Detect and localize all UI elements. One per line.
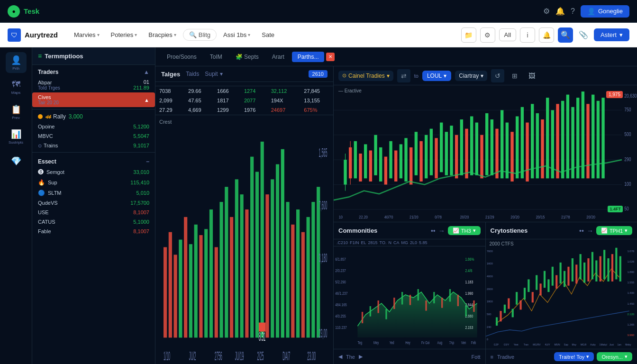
sltm-icon: 🔵	[38, 190, 45, 196]
sidebar-item-profile[interactable]: 👤 Prth	[6, 52, 27, 73]
svg-rect-199	[587, 258, 589, 282]
svg-rect-83	[506, 123, 509, 179]
svg-rect-99	[586, 104, 589, 178]
asset-opoine-row[interactable]: Opoine 5,1200	[32, 122, 155, 131]
essect-fable[interactable]: Fable 8,1007	[32, 227, 155, 236]
all-button[interactable]: All	[499, 28, 516, 41]
interval-selector[interactable]: LOUL ▾	[422, 71, 451, 81]
oresyn-button[interactable]: Oresyn... ▾	[597, 352, 632, 361]
nav-link-poteries[interactable]: Poteries ▾	[106, 29, 142, 40]
asset-trains-row[interactable]: ⊙ Trains 9,1017	[32, 141, 155, 150]
crypto-dots[interactable]: ••	[579, 227, 584, 235]
search-button[interactable]: 🔍	[558, 27, 573, 43]
nav-link-assi[interactable]: Assi 1bs ▾	[218, 29, 255, 40]
svg-rect-8	[204, 229, 208, 337]
notification-button[interactable]: 🔔	[539, 27, 554, 43]
svg-rect-88	[531, 104, 534, 178]
svg-text:Mey: Mey	[373, 340, 379, 345]
astert-button[interactable]: Astert ▾	[594, 28, 629, 41]
tab-septs[interactable]: 🧩 Septs	[230, 52, 264, 62]
left-arrow-icon[interactable]: ◀	[338, 354, 342, 360]
essect-qudevs[interactable]: QudeVS 17,5700	[32, 198, 155, 208]
crypto-arrow[interactable]: →	[587, 227, 593, 235]
traders-toggle[interactable]: ▲	[144, 69, 149, 75]
essect-toggle[interactable]: −	[146, 158, 149, 165]
table-row[interactable]: 2,099 47.65 1817 2077 194X 13,155	[155, 96, 333, 105]
nav-link-marvies[interactable]: Marvies ▾	[69, 29, 104, 40]
chart-type-selector[interactable]: Ciartray ▾	[455, 71, 487, 81]
svg-rect-66	[419, 141, 422, 182]
tab-parths[interactable]: Parths...	[292, 52, 325, 62]
tab-arart[interactable]: Arart	[266, 52, 290, 62]
svg-rect-179	[508, 298, 510, 309]
help-icon[interactable]: ?	[571, 7, 575, 16]
table-row[interactable]: 7038 29.66 1666 1274 32,112 27,845	[155, 86, 333, 96]
essect-sup[interactable]: 🔥 Sup 115,410	[32, 177, 155, 188]
rally-dot	[38, 114, 43, 119]
sidebar-item-diamond[interactable]: 💎	[6, 151, 27, 172]
nav-link-sate[interactable]: Sate	[257, 29, 279, 40]
commodities-dots[interactable]: ••	[431, 227, 436, 235]
svg-rect-10	[215, 247, 218, 338]
svg-text:Tran: Tran	[523, 343, 528, 346]
info-button[interactable]: i	[520, 27, 535, 43]
svg-rect-21	[271, 179, 274, 337]
trader-abpar-row[interactable]: Abpar ToId Trges 01 211.89	[32, 77, 155, 92]
svg-rect-189	[547, 279, 549, 292]
svg-rect-85	[516, 116, 519, 178]
share-icon[interactable]: ⊞	[508, 69, 521, 82]
pair-selector[interactable]: ⊙ Cainel Tradies ▾	[338, 71, 393, 81]
nav-link-bracpies[interactable]: Bracpies ▾	[144, 29, 181, 40]
svg-rect-198	[583, 263, 585, 283]
traitre-button[interactable]: Traitre! Toy ▾	[554, 352, 594, 361]
asset-mbvc-row[interactable]: MBVC 5,5047	[32, 131, 155, 141]
refresh-button[interactable]: ↺	[491, 69, 504, 82]
svg-rect-75	[465, 129, 468, 179]
settings-icon[interactable]: ⚙	[543, 7, 550, 16]
svg-rect-4	[184, 217, 187, 338]
table-row[interactable]: 27.29 4,669 1299 1976 24697 675%	[155, 105, 333, 115]
crypto-btn[interactable]: 📈 TPH1 ▾	[596, 226, 632, 235]
commodities-arrow[interactable]: →	[438, 227, 445, 235]
nav-search[interactable]: 🔍 Blitg	[183, 29, 217, 41]
svg-rect-192	[559, 263, 561, 283]
user-button[interactable]: 👤 Goneglie	[581, 5, 629, 18]
settings-button[interactable]: ⚙	[480, 27, 495, 43]
swap-button[interactable]: ⇄	[397, 69, 410, 82]
essect-semgot[interactable]: 🅢 Semgot 33,010	[32, 167, 155, 177]
svg-text:3.960: 3.960	[627, 334, 634, 337]
sidebar-item-prev[interactable]: 📋 Prev	[6, 101, 27, 122]
essect-catus[interactable]: CATUS 5,1000	[32, 217, 155, 227]
folder-button[interactable]: 📁	[461, 27, 476, 43]
bottom-panels: Commonities •• → 📈 TH3 ▾	[334, 222, 637, 364]
svg-rect-207	[619, 256, 621, 282]
trader-cives-toggle[interactable]: ▲	[144, 97, 149, 103]
sidebar-item-maps[interactable]: 🗺 Maps	[6, 77, 27, 98]
essect-use[interactable]: USE 8,1007	[32, 208, 155, 217]
svg-rect-19	[261, 142, 264, 338]
svg-rect-82	[500, 110, 503, 178]
svg-text:0: 0	[486, 338, 488, 341]
col-6	[300, 82, 333, 86]
trades-sort[interactable]: Supit ▾	[205, 71, 222, 77]
svg-text:1600: 1600	[486, 262, 493, 265]
asset-rally-row[interactable]: 🏎 Rally 3,000	[32, 111, 155, 122]
svg-text:Aug: Aug	[437, 340, 442, 345]
tab-toim[interactable]: ToIM	[204, 52, 228, 62]
trader-cives-row[interactable]: Cives Tair 20 20 ▲	[32, 92, 155, 107]
essect-sltm[interactable]: 🔵 SLTM 5,010	[32, 188, 155, 198]
tab-proe[interactable]: Proe/Soons	[161, 52, 202, 62]
commodities-btn[interactable]: 📈 TH3 ▾	[448, 226, 481, 235]
svg-rect-137	[377, 300, 379, 313]
sidebar-item-sustripts[interactable]: 📊 Sustripts	[6, 126, 27, 147]
svg-text:1.076: 1.076	[627, 250, 634, 253]
clip-icon[interactable]: 📎	[577, 28, 590, 41]
content-area: Proe/Soons ToIM 🧩 Septs Arart Parths... …	[155, 47, 637, 364]
right-arrow-icon[interactable]: ▶	[359, 354, 363, 360]
screenshot-icon[interactable]: 🖼	[525, 69, 538, 82]
menu-icon: ≡	[38, 52, 42, 60]
tab-close-button[interactable]: ✕	[326, 53, 335, 61]
svg-text:1.183: 1.183	[465, 280, 473, 284]
svg-text:46/1.237: 46/1.237	[335, 291, 347, 296]
notification-icon[interactable]: 🔔	[555, 7, 565, 16]
